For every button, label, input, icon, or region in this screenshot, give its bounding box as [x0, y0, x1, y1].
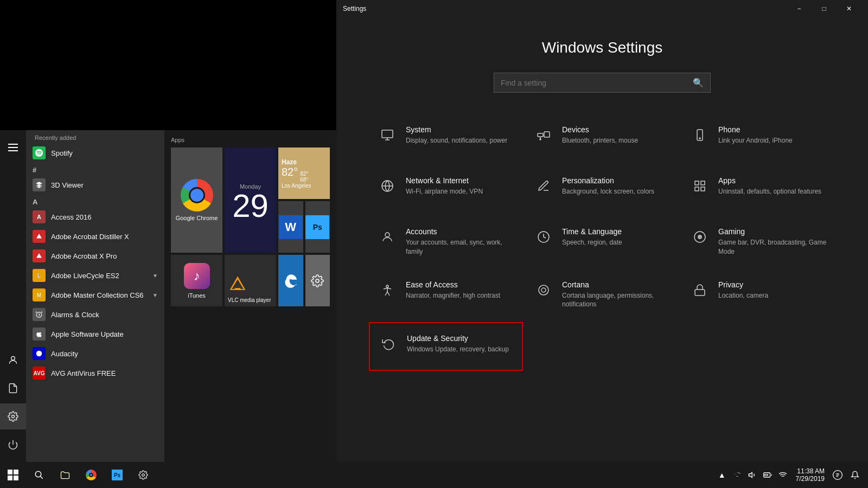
time-text: Time & Language Speech, region, date	[562, 227, 622, 247]
taskbar-search-button[interactable]	[26, 462, 52, 488]
itunes-tile[interactable]: ♪ iTunes	[171, 255, 222, 306]
settings-item-system[interactable]: System Display, sound, notifications, po…	[369, 114, 523, 163]
taskbar-settings[interactable]	[130, 462, 156, 488]
settings-item-accounts[interactable]: Accounts Your accounts, email, sync, wor…	[369, 216, 523, 267]
letter-hash: #	[26, 163, 164, 175]
settings-item-phone[interactable]: Phone Link your Android, iPhone	[681, 114, 835, 163]
power-button[interactable]	[0, 432, 26, 458]
access-icon: A	[33, 210, 46, 223]
settings-item-apps[interactable]: Apps Uninstall, defaults, optional featu…	[681, 165, 835, 214]
settings-window: Settings − □ ✕ Windows Settings 🔍	[336, 0, 868, 462]
search-icon[interactable]: 🔍	[693, 78, 704, 88]
avg-app-item[interactable]: AVG AVG AntiVirus FREE	[26, 363, 164, 383]
chrome-tile[interactable]: Google Chrome	[171, 147, 222, 253]
settings-item-ease[interactable]: Ease of Access Narrator, magnifier, high…	[369, 269, 523, 320]
tray-chevron[interactable]: ▲	[716, 468, 729, 481]
audacity-app-item[interactable]: Audacity	[26, 344, 164, 363]
alarms-app-item[interactable]: Alarms & Clock	[26, 305, 164, 324]
devices-name: Devices	[562, 125, 638, 134]
tray-wifi[interactable]	[776, 468, 789, 481]
maximize-button[interactable]: □	[812, 0, 837, 17]
adobe-distiller-app-item[interactable]: Adobe Acrobat Distiller X	[26, 227, 164, 246]
update-icon	[379, 334, 398, 354]
weather-tile[interactable]: Haze 82° 82°68° Los Angeles	[278, 147, 330, 199]
3dviewer-icon	[33, 178, 46, 191]
adobe-livecycle-expand-icon[interactable]: ▼	[152, 273, 158, 279]
svg-rect-32	[8, 476, 12, 480]
taskbar-photoshop[interactable]: Ps	[104, 462, 130, 488]
taskbar-chrome[interactable]	[78, 462, 104, 488]
clock-date: 7/29/2019	[796, 475, 825, 483]
close-button[interactable]: ✕	[837, 0, 861, 17]
network-text: Network & Internet Wi-Fi, airplane mode,…	[406, 176, 483, 196]
start-button[interactable]	[0, 462, 26, 488]
photoshop-tile[interactable]: Ps	[305, 201, 330, 253]
settings-item-update[interactable]: Update & Security Windows Update, recove…	[369, 322, 523, 371]
tray-sound[interactable]	[746, 468, 759, 481]
settings-item-personalization[interactable]: Personalization Background, lock screen,…	[525, 165, 679, 214]
accounts-icon	[378, 227, 397, 247]
settings-item-cortana[interactable]: Cortana Cortana language, permissions, n…	[525, 269, 679, 320]
update-name: Update & Security	[407, 334, 509, 343]
adobe-acrobat-app-item[interactable]: Adobe Acrobat X Pro	[26, 246, 164, 266]
settings-item-network[interactable]: Network & Internet Wi-Fi, airplane mode,…	[369, 165, 523, 214]
accounts-text: Accounts Your accounts, email, sync, wor…	[406, 227, 514, 256]
vlc-tile[interactable]: VLC media player	[225, 255, 276, 306]
weather-city: Los Angeles	[282, 183, 311, 189]
settings-search-input[interactable]	[501, 79, 693, 87]
chrome-tile-label: Google Chrome	[176, 215, 218, 221]
itunes-icon: ♪	[184, 263, 210, 289]
documents-button[interactable]	[0, 375, 26, 401]
avg-icon: AVG	[33, 367, 46, 380]
settings-item-privacy[interactable]: Privacy Location, camera	[681, 269, 835, 320]
gaming-desc: Game bar, DVR, broadcasting, Game Mode	[718, 238, 827, 256]
adobe-master-app-item[interactable]: M Adobe Master Collection CS6 ▼	[26, 285, 164, 305]
audacity-label: Audacity	[51, 350, 78, 358]
access-app-item[interactable]: A Access 2016	[26, 207, 164, 227]
adobe-livecycle-app-item[interactable]: L Adobe LiveCycle ES2 ▼	[26, 266, 164, 285]
svg-rect-7	[695, 181, 699, 185]
chrome-icon	[181, 179, 213, 211]
svg-point-29	[316, 279, 319, 282]
spotify-app-item[interactable]: Spotify	[26, 143, 164, 163]
devices-text: Devices Bluetooth, printers, mouse	[562, 125, 638, 145]
apple-update-app-item[interactable]: Apple Software Update	[26, 324, 164, 344]
start-settings-button[interactable]	[0, 403, 26, 429]
svg-rect-31	[14, 470, 18, 474]
apps-list: Recently added Spotify #	[26, 130, 164, 462]
system-tray: ▲	[711, 462, 868, 488]
settings-item-devices[interactable]: Devices Bluetooth, printers, mouse	[525, 114, 679, 163]
time-desc: Speech, region, date	[562, 238, 622, 247]
adobe-livecycle-icon: L	[33, 269, 46, 282]
edge-icon	[283, 273, 298, 288]
settings-search-bar[interactable]: 🔍	[494, 73, 711, 93]
ease-desc: Narrator, magnifier, high contrast	[406, 291, 500, 300]
edge-tile[interactable]	[278, 255, 303, 306]
settings-item-time[interactable]: Time & Language Speech, region, date	[525, 216, 679, 267]
devices-icon	[534, 125, 553, 145]
settings-tile[interactable]	[305, 255, 330, 306]
phone-name: Phone	[718, 125, 793, 134]
calendar-tile[interactable]: Monday 29	[225, 147, 276, 253]
adobe-master-expand-icon[interactable]: ▼	[152, 292, 158, 298]
minimize-button[interactable]: −	[787, 0, 812, 17]
ease-name: Ease of Access	[406, 280, 500, 289]
recently-added-label: Recently added	[26, 130, 164, 143]
svg-rect-0	[382, 130, 393, 138]
tray-network[interactable]	[731, 468, 744, 481]
hamburger-menu-button[interactable]	[0, 134, 26, 160]
phone-desc: Link your Android, iPhone	[718, 136, 793, 145]
taskbar-file-explorer[interactable]	[52, 462, 78, 488]
user-button[interactable]	[0, 347, 26, 373]
viewer3d-app-item[interactable]: 3D Viewer	[26, 175, 164, 195]
system-clock[interactable]: 11:38 AM 7/29/2019	[792, 467, 829, 483]
word-tile[interactable]: W	[278, 201, 303, 253]
start-menu-inner: Recently added Spotify #	[0, 130, 336, 462]
tray-battery[interactable]	[761, 468, 774, 481]
apps-section-label: Apps	[171, 137, 330, 143]
svg-rect-28	[235, 288, 241, 290]
tray-language[interactable]	[831, 468, 844, 481]
notification-center-button[interactable]	[846, 462, 864, 488]
settings-item-gaming[interactable]: Gaming Game bar, DVR, broadcasting, Game…	[681, 216, 835, 267]
personalization-icon	[534, 176, 553, 196]
